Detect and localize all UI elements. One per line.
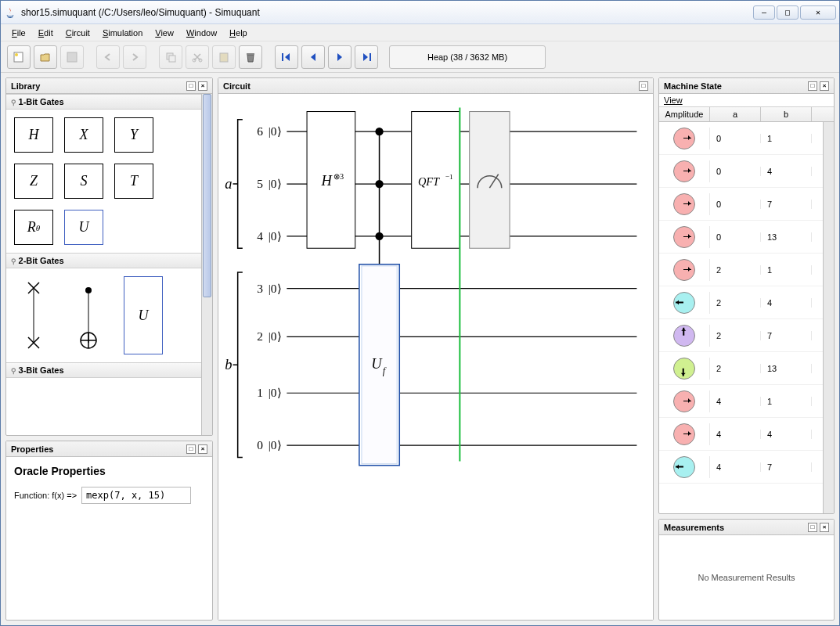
titlebar: shor15.simuquant (/C:/Users/leo/Simuquan…	[1, 1, 839, 24]
gate-Y[interactable]: Y	[114, 117, 153, 153]
last-button[interactable]	[355, 45, 378, 69]
col-amplitude[interactable]: Amplitude	[659, 107, 710, 121]
close-button[interactable]: ✕	[800, 5, 836, 20]
state-row[interactable]: 0 7	[659, 188, 834, 221]
state-row[interactable]: 2 7	[659, 319, 834, 352]
gate-X[interactable]: X	[64, 117, 103, 153]
gate-U2[interactable]: U	[124, 276, 163, 354]
panel-close-icon[interactable]: ×	[820, 523, 829, 532]
svg-text:|0⟩: |0⟩	[269, 282, 282, 295]
svg-text:5: 5	[257, 177, 263, 190]
state-row[interactable]: 0 13	[659, 221, 834, 254]
col-a[interactable]: a	[710, 107, 761, 121]
panel-close-icon[interactable]: ×	[198, 81, 207, 91]
properties-panel: Properties □ × Oracle Properties Functio…	[5, 441, 213, 621]
cut-button[interactable]	[186, 45, 209, 69]
library-scrollbar[interactable]	[201, 94, 212, 435]
svg-text:U: U	[371, 356, 383, 372]
b-cell: 7	[761, 462, 812, 472]
b-cell: 7	[761, 331, 812, 340]
svg-point-44	[375, 128, 383, 135]
panel-maximize-icon[interactable]: □	[808, 81, 817, 91]
a-cell: 4	[710, 462, 761, 472]
menu-file[interactable]: File	[7, 27, 31, 39]
col-b[interactable]: b	[761, 107, 812, 121]
measurements-empty: No Measurement Results	[659, 535, 834, 620]
amplitude-cell	[659, 226, 710, 248]
section-2bit[interactable]: 2-Bit Gates	[6, 253, 201, 268]
state-row[interactable]: 0 1	[659, 122, 834, 155]
section-1bit[interactable]: 1-Bit Gates	[6, 94, 201, 110]
function-label: Function: f(x) =>	[14, 491, 77, 500]
copy-button[interactable]	[159, 45, 182, 69]
gate-U1[interactable]: U	[64, 210, 103, 245]
save-button[interactable]	[60, 45, 84, 69]
svg-point-45	[375, 180, 383, 188]
state-row[interactable]: 2 1	[659, 254, 834, 286]
function-input[interactable]	[81, 487, 191, 504]
menu-help[interactable]: Help	[225, 27, 252, 39]
svg-text:|0⟩: |0⟩	[269, 438, 282, 452]
window-title: shor15.simuquant (/C:/Users/leo/Simuquan…	[21, 7, 753, 18]
maximize-button[interactable]: □	[777, 5, 799, 20]
prev-button[interactable]	[301, 45, 325, 69]
panel-close-icon[interactable]: ×	[820, 81, 829, 91]
machine-state-title: Machine State	[664, 81, 722, 91]
state-scrollbar[interactable]	[823, 122, 834, 513]
menu-view[interactable]: View	[150, 27, 178, 39]
gate-S[interactable]: S	[64, 164, 103, 199]
panel-maximize-icon[interactable]: □	[186, 444, 196, 454]
state-view-menu[interactable]: View	[659, 94, 834, 107]
gate-T[interactable]: T	[114, 164, 153, 199]
amplitude-cell	[659, 128, 710, 149]
window-controls: — □ ✕	[753, 5, 836, 20]
gate-Rtheta[interactable]: Rθ	[14, 210, 53, 245]
state-row[interactable]: 4 7	[659, 451, 834, 484]
paste-button[interactable]	[212, 45, 236, 69]
amplitude-cell	[659, 160, 710, 182]
state-row[interactable]: 4 4	[659, 418, 834, 451]
svg-rect-9	[282, 53, 283, 61]
state-row[interactable]: 2 13	[659, 352, 834, 385]
menu-edit[interactable]: Edit	[34, 27, 58, 39]
state-row[interactable]: 2 4	[659, 286, 834, 319]
panel-maximize-icon[interactable]: □	[639, 81, 648, 91]
circuit-canvas[interactable]: a b 6|0⟩	[218, 94, 653, 620]
open-button[interactable]	[34, 45, 57, 69]
minimize-button[interactable]: —	[753, 5, 775, 20]
svg-text:⊗3: ⊗3	[333, 172, 344, 181]
gate-swap[interactable]	[14, 276, 53, 354]
amplitude-cell	[659, 193, 710, 215]
svg-text:0: 0	[257, 438, 263, 452]
gate-Z[interactable]: Z	[14, 164, 53, 199]
panel-maximize-icon[interactable]: □	[808, 523, 817, 532]
menu-simulation[interactable]: Simulation	[98, 27, 147, 39]
machine-state-panel: Machine State □ × View Amplitude a b	[658, 77, 835, 514]
menu-window[interactable]: Window	[182, 27, 222, 39]
a-cell: 0	[710, 134, 761, 143]
next-button[interactable]	[328, 45, 352, 69]
gate-H[interactable]: H	[14, 117, 53, 153]
new-button[interactable]	[7, 45, 31, 69]
svg-point-13	[85, 287, 92, 293]
first-button[interactable]	[275, 45, 298, 69]
machine-state-header: Machine State □ ×	[659, 78, 834, 94]
measurements-header: Measurements □ ×	[659, 520, 834, 535]
svg-text:|0⟩: |0⟩	[269, 386, 282, 399]
a-cell: 2	[710, 364, 761, 373]
state-row[interactable]: 4 1	[659, 385, 834, 418]
gate-cnot[interactable]	[69, 276, 108, 354]
heap-indicator[interactable]: Heap (38 / 3632 MB)	[389, 45, 546, 69]
measurements-panel: Measurements □ × No Measurement Results	[658, 519, 835, 621]
main-area: Library □ × 1-Bit Gates H X Y Z S	[1, 73, 839, 625]
panel-close-icon[interactable]: ×	[198, 444, 207, 454]
menu-circuit[interactable]: Circuit	[61, 27, 95, 39]
state-row[interactable]: 0 4	[659, 155, 834, 188]
panel-maximize-icon[interactable]: □	[186, 81, 196, 91]
undo-button[interactable]	[96, 45, 120, 69]
section-3bit[interactable]: 3-Bit Gates	[6, 362, 201, 378]
library-panel: Library □ × 1-Bit Gates H X Y Z S	[5, 77, 213, 436]
delete-button[interactable]	[239, 45, 262, 69]
svg-text:|0⟩: |0⟩	[269, 177, 282, 190]
redo-button[interactable]	[123, 45, 146, 69]
